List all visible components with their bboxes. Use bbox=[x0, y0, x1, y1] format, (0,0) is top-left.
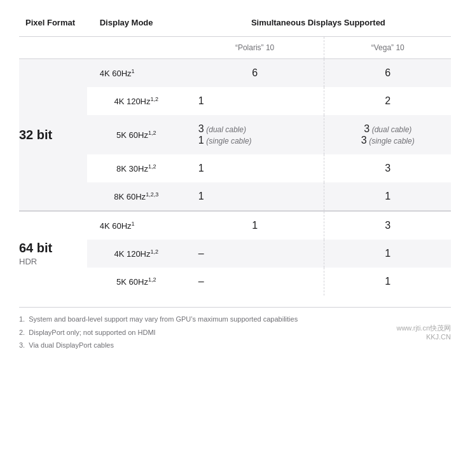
simultaneous-header: Simultaneous Displays Supported bbox=[186, 13, 451, 37]
display-mode-cell: 5K 60Hz1,2 bbox=[87, 268, 186, 296]
vega-value-cell: 3 bbox=[324, 211, 451, 240]
display-mode-cell: 4K 120Hz1,2 bbox=[87, 240, 186, 268]
display-mode-cell: 4K 60Hz1 bbox=[87, 211, 186, 240]
polaris-value-cell: 3 (dual cable) 1 (single cable) bbox=[186, 115, 324, 154]
polaris-value-cell: – bbox=[186, 268, 324, 296]
section-label-64bit: 64 bitHDR bbox=[19, 211, 87, 296]
watermark: www.rjti.cn快茂网 KKJ.CN bbox=[396, 323, 451, 341]
table-row: 32 bit4K 60Hz166 bbox=[19, 59, 451, 88]
pixel-format-header: Pixel Format bbox=[19, 13, 87, 37]
subheader-row: “Polaris” 10 “Vega” 10 bbox=[19, 37, 451, 59]
vega-value-cell: 1 bbox=[324, 182, 451, 211]
vega-value-cell: 3 (dual cable) 3 (single cable) bbox=[324, 115, 451, 154]
table-header: Pixel Format Display Mode Simultaneous D… bbox=[19, 13, 451, 37]
polaris-value-cell: 1 bbox=[186, 154, 324, 182]
note-3: 3. Via dual DisplayPort cables bbox=[19, 340, 451, 351]
polaris-value-cell: 1 bbox=[186, 211, 324, 240]
note-2: 2. DisplayPort only; not supported on HD… bbox=[19, 327, 451, 338]
display-mode-cell: 8K 30Hz1,2 bbox=[87, 154, 186, 182]
empty-cell-1 bbox=[19, 37, 87, 59]
vega-value-cell: 3 bbox=[324, 154, 451, 182]
watermark-line2: KKJ.CN bbox=[396, 333, 451, 341]
polaris-value-cell: – bbox=[186, 240, 324, 268]
display-mode-header: Display Mode bbox=[87, 13, 186, 37]
polaris-subheader: “Polaris” 10 bbox=[186, 37, 324, 59]
display-mode-cell: 4K 120Hz1,2 bbox=[87, 87, 186, 115]
display-mode-cell: 5K 60Hz1,2 bbox=[87, 115, 186, 154]
note-1: 1. System and board-level support may va… bbox=[19, 314, 451, 325]
vega-subheader: “Vega” 10 bbox=[324, 37, 451, 59]
vega-value-cell: 1 bbox=[324, 240, 451, 268]
table-row: 64 bitHDR4K 60Hz113 bbox=[19, 211, 451, 240]
polaris-value-cell: 1 bbox=[186, 87, 324, 115]
vega-value-cell: 2 bbox=[324, 87, 451, 115]
watermark-line1: www.rjti.cn快茂网 bbox=[396, 323, 451, 333]
display-mode-cell: 4K 60Hz1 bbox=[87, 59, 186, 88]
empty-cell-2 bbox=[87, 37, 186, 59]
display-mode-cell: 8K 60Hz1,2,3 bbox=[87, 182, 186, 211]
polaris-value-cell: 1 bbox=[186, 182, 324, 211]
notes-section: 1. System and board-level support may va… bbox=[19, 307, 451, 351]
vega-value-cell: 6 bbox=[324, 59, 451, 88]
polaris-value-cell: 6 bbox=[186, 59, 324, 88]
section-label-32bit: 32 bit bbox=[19, 59, 87, 212]
vega-value-cell: 1 bbox=[324, 268, 451, 296]
